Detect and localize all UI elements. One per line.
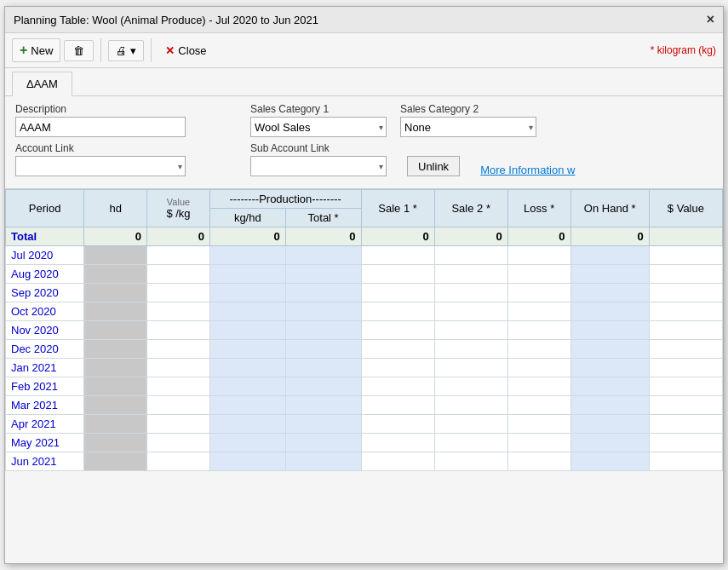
sale1-cell[interactable] xyxy=(361,359,434,377)
kg-hd-cell[interactable] xyxy=(209,415,285,434)
value-cell[interactable] xyxy=(649,396,722,415)
hd-cell[interactable] xyxy=(84,302,147,321)
sale2-cell[interactable] xyxy=(434,246,507,265)
kg-hd-cell[interactable] xyxy=(209,246,285,265)
dollar-kg-cell[interactable] xyxy=(147,452,210,471)
hd-cell[interactable] xyxy=(84,284,147,302)
kg-hd-cell[interactable] xyxy=(209,452,285,471)
kg-hd-cell[interactable] xyxy=(209,340,285,359)
dollar-kg-cell[interactable] xyxy=(147,434,210,452)
hd-cell[interactable] xyxy=(84,452,147,471)
hd-cell[interactable] xyxy=(84,434,147,452)
hd-cell[interactable] xyxy=(84,321,147,340)
total-cell[interactable] xyxy=(285,452,361,471)
sale2-cell[interactable] xyxy=(434,434,507,452)
on-hand-cell[interactable] xyxy=(570,415,649,434)
sale2-cell[interactable] xyxy=(434,321,507,340)
on-hand-cell[interactable] xyxy=(570,302,649,321)
description-input[interactable] xyxy=(15,117,186,137)
on-hand-cell[interactable] xyxy=(570,246,649,265)
dollar-kg-cell[interactable] xyxy=(147,246,210,265)
sale2-cell[interactable] xyxy=(434,359,507,377)
title-bar-close-button[interactable]: × xyxy=(707,12,714,27)
account-link-select[interactable] xyxy=(15,156,186,176)
sale2-cell[interactable] xyxy=(434,284,507,302)
value-cell[interactable] xyxy=(649,302,722,321)
on-hand-cell[interactable] xyxy=(570,265,649,284)
sale1-cell[interactable] xyxy=(361,265,434,284)
on-hand-cell[interactable] xyxy=(570,434,649,452)
total-cell[interactable] xyxy=(285,434,361,452)
total-cell[interactable] xyxy=(285,284,361,302)
dollar-kg-cell[interactable] xyxy=(147,302,210,321)
loss-cell[interactable] xyxy=(507,284,570,302)
total-cell[interactable] xyxy=(285,302,361,321)
sales-cat2-select[interactable]: None xyxy=(400,117,536,137)
dollar-kg-cell[interactable] xyxy=(147,396,210,415)
hd-cell[interactable] xyxy=(84,265,147,284)
total-cell[interactable] xyxy=(285,265,361,284)
loss-cell[interactable] xyxy=(507,321,570,340)
loss-cell[interactable] xyxy=(507,340,570,359)
sale2-cell[interactable] xyxy=(434,452,507,471)
print-button[interactable]: 🖨 ▾ xyxy=(108,40,144,61)
total-cell[interactable] xyxy=(285,340,361,359)
hd-cell[interactable] xyxy=(84,415,147,434)
on-hand-cell[interactable] xyxy=(570,452,649,471)
sale2-cell[interactable] xyxy=(434,340,507,359)
tab-aaam[interactable]: ΔAAM xyxy=(12,72,72,96)
on-hand-cell[interactable] xyxy=(570,396,649,415)
sale1-cell[interactable] xyxy=(361,377,434,396)
dollar-kg-cell[interactable] xyxy=(147,377,210,396)
value-cell[interactable] xyxy=(649,265,722,284)
sales-cat1-select[interactable]: Wool Sales xyxy=(250,117,387,137)
dollar-kg-cell[interactable] xyxy=(147,359,210,377)
sale1-cell[interactable] xyxy=(361,452,434,471)
on-hand-cell[interactable] xyxy=(570,377,649,396)
loss-cell[interactable] xyxy=(507,265,570,284)
value-cell[interactable] xyxy=(649,321,722,340)
total-cell[interactable] xyxy=(285,246,361,265)
value-cell[interactable] xyxy=(649,359,722,377)
dollar-kg-cell[interactable] xyxy=(147,284,210,302)
delete-button[interactable]: 🗑 xyxy=(64,40,94,61)
loss-cell[interactable] xyxy=(507,377,570,396)
new-button[interactable]: + New xyxy=(12,38,60,62)
on-hand-cell[interactable] xyxy=(570,284,649,302)
sale1-cell[interactable] xyxy=(361,284,434,302)
sale1-cell[interactable] xyxy=(361,434,434,452)
value-cell[interactable] xyxy=(649,246,722,265)
value-cell[interactable] xyxy=(649,415,722,434)
loss-cell[interactable] xyxy=(507,434,570,452)
loss-cell[interactable] xyxy=(507,452,570,471)
sale2-cell[interactable] xyxy=(434,415,507,434)
dollar-kg-cell[interactable] xyxy=(147,340,210,359)
value-cell[interactable] xyxy=(649,340,722,359)
total-cell[interactable] xyxy=(285,396,361,415)
kg-hd-cell[interactable] xyxy=(209,265,285,284)
close-button[interactable]: ✕ Close xyxy=(158,41,213,60)
total-cell[interactable] xyxy=(285,415,361,434)
total-cell[interactable] xyxy=(285,377,361,396)
dollar-kg-cell[interactable] xyxy=(147,265,210,284)
value-cell[interactable] xyxy=(649,434,722,452)
sale2-cell[interactable] xyxy=(434,377,507,396)
sale2-cell[interactable] xyxy=(434,265,507,284)
on-hand-cell[interactable] xyxy=(570,340,649,359)
kg-hd-cell[interactable] xyxy=(209,321,285,340)
sale1-cell[interactable] xyxy=(361,415,434,434)
value-cell[interactable] xyxy=(649,284,722,302)
unlink-button[interactable]: Unlink xyxy=(407,156,460,176)
kg-hd-cell[interactable] xyxy=(209,302,285,321)
kg-hd-cell[interactable] xyxy=(209,359,285,377)
sale1-cell[interactable] xyxy=(361,302,434,321)
sub-account-link-select[interactable] xyxy=(250,156,387,176)
total-cell[interactable] xyxy=(285,321,361,340)
hd-cell[interactable] xyxy=(84,246,147,265)
kg-hd-cell[interactable] xyxy=(209,396,285,415)
loss-cell[interactable] xyxy=(507,396,570,415)
loss-cell[interactable] xyxy=(507,359,570,377)
on-hand-cell[interactable] xyxy=(570,321,649,340)
dollar-kg-cell[interactable] xyxy=(147,321,210,340)
on-hand-cell[interactable] xyxy=(570,359,649,377)
